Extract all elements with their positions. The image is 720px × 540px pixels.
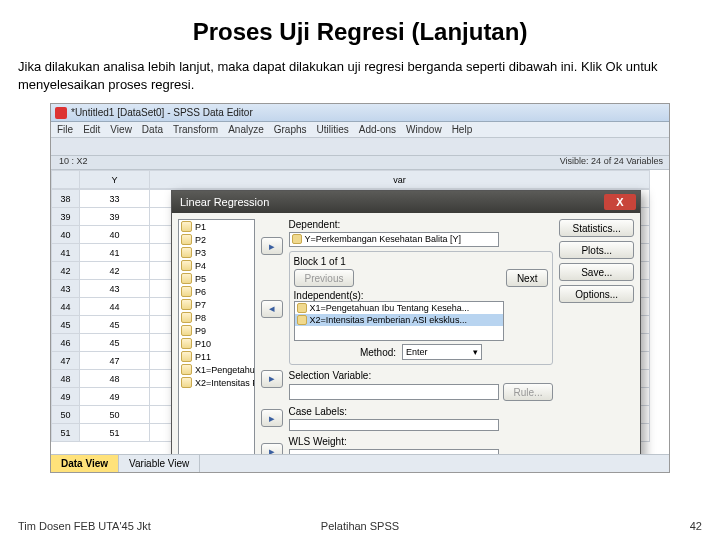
selection-label: Selection Variable: [289,370,554,381]
row-header[interactable]: 43 [52,280,80,298]
var-item[interactable]: X2=Intensitas Pembe... [179,376,254,389]
menu-transform[interactable]: Transform [173,124,218,135]
var-label: P10 [195,339,211,349]
cell-y[interactable]: 48 [80,370,150,388]
row-header[interactable]: 41 [52,244,80,262]
var-item[interactable]: P5 [179,272,254,285]
row-header[interactable]: 46 [52,334,80,352]
move-independent-button[interactable]: ◂ [261,300,283,318]
tab-variable-view[interactable]: Variable View [119,455,200,472]
var-label: X2=Intensitas Pembe... [195,378,255,388]
cell-y[interactable]: 49 [80,388,150,406]
menu-addons[interactable]: Add-ons [359,124,396,135]
var-item[interactable]: P6 [179,285,254,298]
tab-data-view[interactable]: Data View [51,455,119,472]
footer-right: 42 [690,520,702,532]
menu-utilities[interactable]: Utilities [317,124,349,135]
wls-label: WLS Weight: [289,436,554,447]
toolbar [51,138,669,156]
move-selection-button[interactable]: ▸ [261,370,283,388]
cell-y[interactable]: 33 [80,190,150,208]
case-label: Case Labels: [289,406,554,417]
row-header[interactable]: 40 [52,226,80,244]
menu-help[interactable]: Help [452,124,473,135]
case-field[interactable] [289,419,499,431]
menu-view[interactable]: View [110,124,132,135]
scale-icon [297,315,307,325]
row-header[interactable]: 50 [52,406,80,424]
dependent-field[interactable]: Y=Perkembangan Kesehatan Balita [Y] [289,232,499,247]
var-item[interactable]: P1 [179,220,254,233]
cell-y[interactable]: 50 [80,406,150,424]
cell-y[interactable]: 45 [80,334,150,352]
menu-window[interactable]: Window [406,124,442,135]
menu-edit[interactable]: Edit [83,124,100,135]
cell-y[interactable]: 39 [80,208,150,226]
dialog-title: Linear Regression [176,196,269,208]
row-header[interactable]: 39 [52,208,80,226]
rule-button[interactable]: Rule... [503,383,554,401]
statistics-button[interactable]: Statistics... [559,219,634,237]
cell-y[interactable]: 45 [80,316,150,334]
menu-analyze[interactable]: Analyze [228,124,264,135]
cell-y[interactable]: 43 [80,280,150,298]
next-button[interactable]: Next [506,269,549,287]
var-item[interactable]: P4 [179,259,254,272]
method-dropdown[interactable]: Enter▾ [402,344,482,360]
row-header[interactable]: 38 [52,190,80,208]
block-label: Block 1 of 1 [294,256,346,267]
scale-icon [181,351,192,362]
options-button[interactable]: Options... [559,285,634,303]
var-label: P2 [195,235,206,245]
menu-data[interactable]: Data [142,124,163,135]
col-header-y[interactable]: Y [80,171,150,189]
scale-icon [297,303,307,313]
cell-y[interactable]: 42 [80,262,150,280]
scale-icon [181,260,192,271]
row-header[interactable]: 48 [52,370,80,388]
chevron-down-icon: ▾ [473,347,478,357]
variable-list[interactable]: P1P2P3P4P5P6P7P8P9P10P11X1=Pengetahuan I… [178,219,255,461]
cell-y[interactable]: 51 [80,424,150,442]
var-label: P3 [195,248,206,258]
slide-body: Jika dilakukan analisa lebih lanjut, mak… [18,58,702,93]
independent-field[interactable]: X1=Pengetahuan Ibu Tentang Keseha... X2=… [294,301,504,341]
previous-button[interactable]: Previous [294,269,355,287]
close-icon[interactable]: X [604,194,636,210]
var-item[interactable]: P7 [179,298,254,311]
save-button[interactable]: Save... [559,263,634,281]
row-header[interactable]: 51 [52,424,80,442]
dependent-label: Dependent: [289,219,554,230]
var-item[interactable]: P11 [179,350,254,363]
var-label: P9 [195,326,206,336]
slide-title: Proses Uji Regresi (Lanjutan) [18,18,702,46]
var-item[interactable]: X1=Pengetahuan Ibu ... [179,363,254,376]
row-header[interactable]: 45 [52,316,80,334]
menu-file[interactable]: File [57,124,73,135]
var-item[interactable]: P3 [179,246,254,259]
dependent-value: Y=Perkembangan Kesehatan Balita [Y] [305,234,461,244]
window-title: *Untitled1 [DataSet0] - SPSS Data Editor [71,107,253,118]
selection-field[interactable] [289,384,499,400]
var-item[interactable]: P9 [179,324,254,337]
cell-y[interactable]: 44 [80,298,150,316]
block-group: Block 1 of 1 Previous Next Independent(s… [289,251,554,365]
row-header[interactable]: 42 [52,262,80,280]
scale-icon [181,312,192,323]
cell-y[interactable]: 41 [80,244,150,262]
cell-y[interactable]: 47 [80,352,150,370]
move-dependent-button[interactable]: ▸ [261,237,283,255]
method-label: Method: [360,347,396,358]
row-header[interactable]: 44 [52,298,80,316]
menu-graphs[interactable]: Graphs [274,124,307,135]
goto-cell: 10 : X2 [59,156,88,166]
move-case-button[interactable]: ▸ [261,409,283,427]
visible-vars: Visible: 24 of 24 Variables [560,156,663,166]
var-item[interactable]: P2 [179,233,254,246]
var-item[interactable]: P8 [179,311,254,324]
cell-y[interactable]: 40 [80,226,150,244]
row-header[interactable]: 49 [52,388,80,406]
plots-button[interactable]: Plots... [559,241,634,259]
var-item[interactable]: P10 [179,337,254,350]
row-header[interactable]: 47 [52,352,80,370]
